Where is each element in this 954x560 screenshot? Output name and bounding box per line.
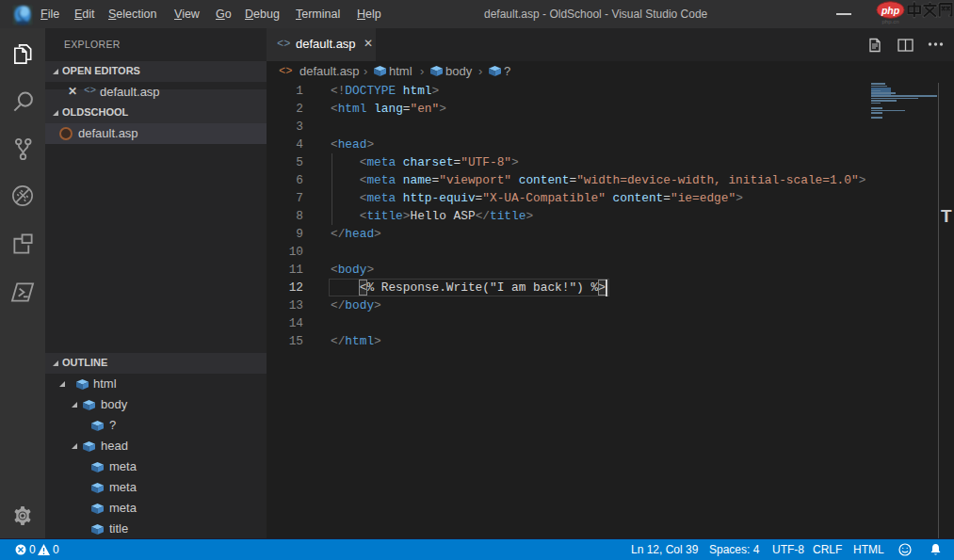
svg-text:php: php <box>881 5 900 16</box>
svg-text:php.cn: php.cn <box>881 19 898 24</box>
